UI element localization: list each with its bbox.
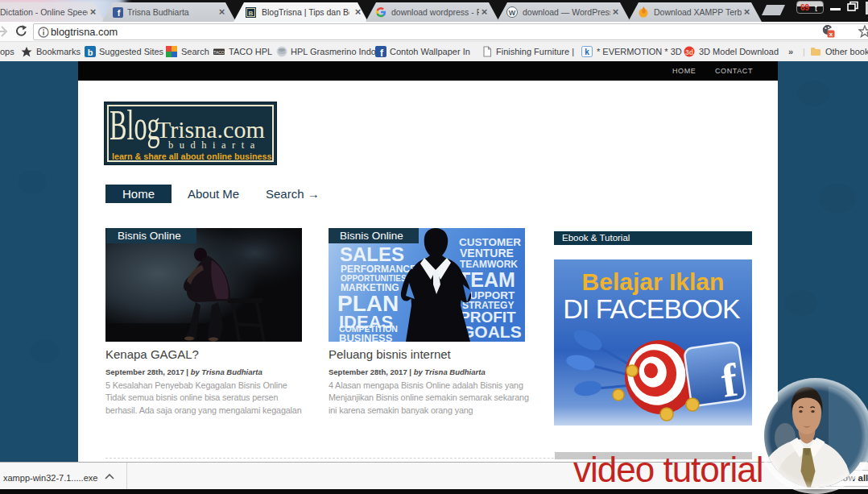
svg-text:B: B: [249, 10, 254, 17]
svg-text:f: f: [118, 8, 121, 18]
svg-text:W: W: [509, 9, 516, 17]
svg-text:SALES: SALES: [340, 243, 404, 265]
svg-text:VENTURE: VENTURE: [460, 247, 514, 259]
svg-text:DI FACEBOOK: DI FACEBOOK: [563, 293, 741, 324]
svg-text:GOALS: GOALS: [461, 322, 522, 341]
svg-text:3d: 3d: [685, 48, 693, 56]
svg-text:k: k: [585, 48, 589, 56]
svg-text:b: b: [88, 48, 93, 57]
svg-text:BUSINESS: BUSINESS: [339, 332, 393, 342]
svg-text:PERFORMANCE: PERFORMANCE: [341, 264, 416, 275]
svg-text:x: x: [829, 31, 833, 38]
svg-text:Belajar Iklan: Belajar Iklan: [582, 268, 725, 295]
svg-text:TACO: TACO: [213, 50, 225, 55]
